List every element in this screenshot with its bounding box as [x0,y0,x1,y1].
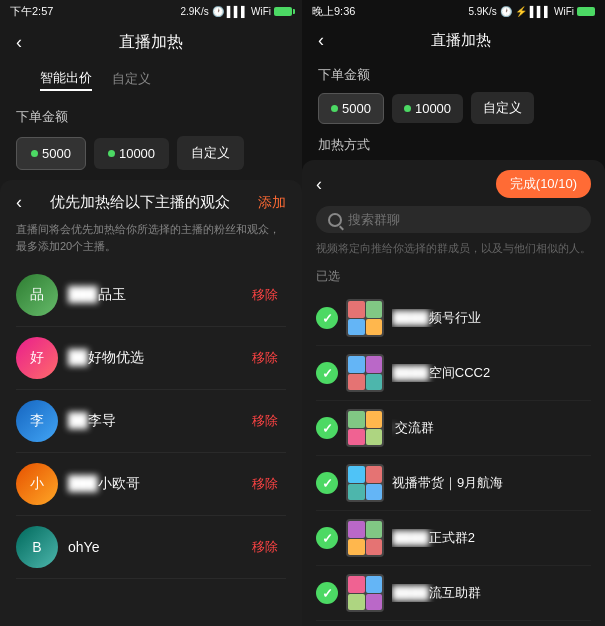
thumb-cell [366,576,383,593]
list-item: ✓ 双渠批发17群 [316,621,591,626]
remove-button[interactable]: 移除 [244,534,286,560]
thumb-cell [366,429,383,446]
right-heat-label: 加热方式 [302,128,605,158]
check-icon: ✓ [316,307,338,329]
dot-r1 [331,105,338,112]
thumb-cell [348,484,365,501]
avatar: B [16,526,58,568]
avatar: 品 [16,274,58,316]
list-item: ✓ ████正式群2 [316,511,591,566]
clock-icon: 🕐 [212,6,224,17]
remove-button[interactable]: 移除 [244,282,286,308]
search-icon [328,213,342,227]
right-overlay-back[interactable]: ‹ [316,174,322,195]
thumb-cell [366,594,383,611]
avatar: 李 [16,400,58,442]
thumb-cell [348,301,365,318]
check-icon: ✓ [316,472,338,494]
right-speed: 5.9K/s [468,6,496,17]
left-time: 下午2:57 [10,4,53,19]
list-item: ✓ l交流群 [316,401,591,456]
right-time: 晚上9:36 [312,4,355,19]
right-amount-custom[interactable]: 自定义 [471,92,534,124]
left-amount-5000[interactable]: 5000 [16,137,86,170]
right-page-header: ‹ 直播加热 [302,22,605,58]
left-overlay-add-button[interactable]: 添加 [258,194,286,212]
thumb-cell [348,356,365,373]
search-input[interactable] [348,212,579,227]
left-amount-custom-label: 自定义 [191,144,230,162]
search-bar[interactable] [316,206,591,233]
list-item: ✓ ████空间CCC2 [316,346,591,401]
left-overlay-header: ‹ 优先加热给以下主播的观众 添加 [0,180,302,221]
user-name: ███小欧哥 [68,475,244,493]
left-speed: 2.9K/s [180,6,208,17]
battery-icon-right [577,7,595,16]
thumb-cell [366,539,383,556]
group-name: ████空间CCC2 [392,364,591,382]
right-amount-10000[interactable]: 10000 [392,94,463,123]
tab-custom[interactable]: 自定义 [112,70,151,90]
table-row: 小 ███小欧哥 移除 [16,453,286,516]
left-amount-row: 5000 10000 自定义 [0,132,302,174]
thumb-cell [348,576,365,593]
thumb-cell [366,374,383,391]
group-thumbnail [346,574,384,612]
group-name: l交流群 [392,419,591,437]
left-status-bar: 下午2:57 2.9K/s 🕐 ▌▌▌ WiFi [0,0,302,22]
thumb-cell [348,319,365,336]
battery-icon [274,7,292,16]
right-page-title: 直播加热 [332,31,589,50]
tab-smart-bid[interactable]: 智能出价 [40,69,92,91]
bt-icon: ⚡ [515,6,527,17]
left-page-header: ‹ 直播加热 [0,22,302,62]
done-button[interactable]: 完成(10/10) [496,170,591,198]
user-name: ohYe [68,539,244,555]
left-back-button[interactable]: ‹ [16,32,22,53]
remove-button[interactable]: 移除 [244,408,286,434]
check-icon: ✓ [316,417,338,439]
right-amount-5000-label: 5000 [342,101,371,116]
group-thumbnail [346,409,384,447]
avatar: 好 [16,337,58,379]
group-thumbnail [346,299,384,337]
left-status-right: 2.9K/s 🕐 ▌▌▌ WiFi [180,6,292,17]
right-order-amount-label: 下单金额 [302,58,605,88]
left-amount-10000-label: 10000 [119,146,155,161]
right-amount-10000-label: 10000 [415,101,451,116]
wifi-icon-right: WiFi [554,6,574,17]
right-overlay-panel: ‹ 完成(10/10) 视频将定向推给你选择的群成员，以及与他们相似的人。 已选… [302,160,605,626]
thumb-cell [366,411,383,428]
left-overlay-title: 优先加热给以下主播的观众 [22,193,258,212]
left-amount-custom[interactable]: 自定义 [177,136,244,170]
group-thumbnail [346,464,384,502]
thumb-cell [366,319,383,336]
left-amount-10000[interactable]: 10000 [94,138,169,169]
thumb-cell [348,539,365,556]
dot-icon [31,150,38,157]
left-amount-5000-label: 5000 [42,146,71,161]
right-amount-5000[interactable]: 5000 [318,93,384,124]
remove-button[interactable]: 移除 [244,471,286,497]
remove-button[interactable]: 移除 [244,345,286,371]
group-thumbnail [346,354,384,392]
list-item: ✓ 视播带货｜9月航海 [316,456,591,511]
check-icon: ✓ [316,527,338,549]
thumb-cell [348,466,365,483]
avatar: 小 [16,463,58,505]
right-amount-row: 5000 10000 自定义 [302,88,605,128]
left-page-title: 直播加热 [119,32,183,53]
thumb-cell [366,484,383,501]
left-panel: 下午2:57 2.9K/s 🕐 ▌▌▌ WiFi ‹ 直播加热 智能出价 自定义… [0,0,302,626]
left-overlay-panel: ‹ 优先加热给以下主播的观众 添加 直播间将会优先加热给你所选择的主播的粉丝和观… [0,180,302,626]
group-name: ████频号行业 [392,309,591,327]
right-amount-custom-label: 自定义 [483,99,522,117]
signal-icon-right: ▌▌▌ [530,6,551,17]
left-overlay-desc: 直播间将会优先加热给你所选择的主播的粉丝和观众，最多添加20个主播。 [0,221,302,264]
table-row: 品 ███品玉 移除 [16,264,286,327]
right-back-button[interactable]: ‹ [318,30,324,51]
list-item: ✓ ████频号行业 [316,291,591,346]
thumb-cell [366,356,383,373]
thumb-cell [348,429,365,446]
right-overlay-header: ‹ 完成(10/10) [302,160,605,206]
